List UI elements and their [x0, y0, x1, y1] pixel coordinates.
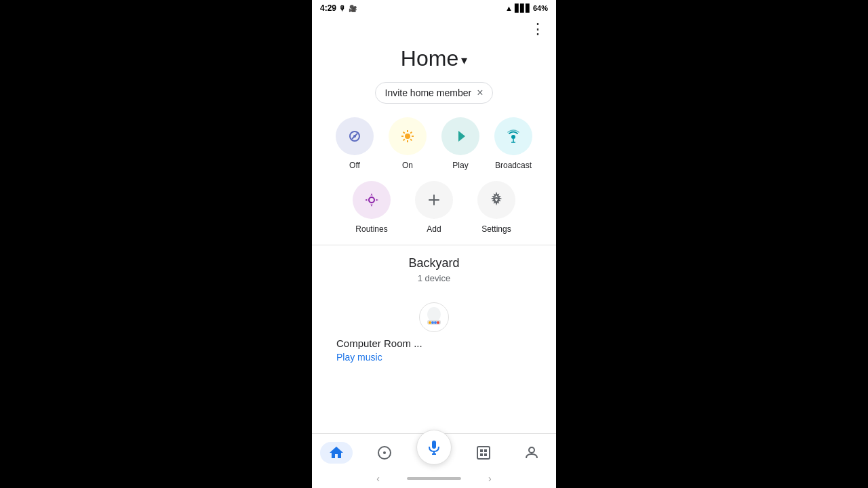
action-off-label: Off	[349, 161, 360, 170]
nav-media[interactable]	[467, 442, 500, 464]
device-card[interactable]: Computer Room ... Play music	[326, 294, 542, 371]
action-routines-label: Routines	[355, 224, 387, 234]
speaker-svg	[422, 305, 446, 329]
svg-line-8	[403, 132, 405, 134]
svg-rect-31	[477, 447, 490, 459]
action-broadcast[interactable]: Broadcast	[490, 117, 536, 170]
gesture-bar	[407, 477, 461, 480]
svg-point-23	[431, 321, 434, 324]
action-broadcast-label: Broadcast	[495, 161, 532, 170]
svg-rect-35	[484, 453, 487, 456]
phone-frame: 4:29 🎙 🎥 ▲ ▋▋▋ 64% ⋮ Home ▾ Invite home …	[312, 0, 556, 488]
invite-badge: Invite home member ×	[312, 82, 556, 104]
action-play-label: Play	[452, 161, 468, 170]
play-icon: ♫	[452, 128, 469, 144]
svg-point-20	[427, 307, 441, 322]
room-name: Backyard	[326, 256, 542, 270]
svg-rect-34	[480, 453, 483, 456]
profile-nav-icon	[524, 445, 540, 461]
action-play-circle: ♫	[441, 117, 479, 155]
action-settings-label: Settings	[481, 224, 511, 234]
section-divider	[312, 245, 556, 245]
home-title-text: Home	[401, 46, 458, 71]
action-add[interactable]: Add	[411, 181, 457, 234]
action-on-circle	[389, 117, 427, 155]
camera-indicator: 🎥	[349, 5, 357, 12]
nav-home[interactable]	[320, 442, 353, 464]
home-title-button[interactable]: Home ▾	[401, 46, 467, 71]
mic-fab-button[interactable]	[416, 430, 452, 465]
mic-indicator: 🎙	[339, 5, 346, 12]
wifi-icon: ▲	[505, 4, 513, 12]
forward-arrow: ›	[488, 473, 492, 484]
action-routines-circle	[353, 181, 391, 219]
room-device-count: 1 device	[326, 273, 542, 283]
action-routines[interactable]: Routines	[349, 181, 395, 234]
invite-chip-label: Invite home member	[385, 87, 472, 98]
svg-text:♫: ♫	[458, 133, 462, 139]
svg-point-2	[353, 135, 356, 138]
media-nav-icon	[475, 445, 492, 461]
svg-point-16	[369, 197, 374, 203]
status-left: 4:29 🎙 🎥	[320, 3, 357, 13]
svg-rect-33	[484, 449, 487, 452]
off-icon	[347, 128, 363, 144]
invite-chip[interactable]: Invite home member ×	[375, 82, 494, 104]
svg-point-27	[383, 451, 386, 454]
status-bar: 4:29 🎙 🎥 ▲ ▋▋▋ 64%	[312, 0, 556, 16]
svg-point-24	[434, 321, 437, 324]
svg-point-36	[529, 447, 534, 453]
action-on[interactable]: On	[384, 117, 431, 170]
broadcast-icon	[505, 127, 522, 145]
nav-discover[interactable]	[368, 442, 401, 464]
time: 4:29	[320, 3, 336, 13]
room-section: Backyard 1 device	[312, 256, 556, 382]
more-options-button[interactable]: ⋮	[530, 22, 545, 37]
device-action-link[interactable]: Play music	[336, 352, 382, 363]
svg-rect-32	[480, 449, 483, 452]
svg-point-3	[405, 134, 410, 139]
action-settings[interactable]: Settings	[473, 181, 519, 234]
status-right: ▲ ▋▋▋ 64%	[505, 4, 548, 13]
svg-point-22	[429, 321, 431, 324]
google-home-icon	[419, 302, 449, 332]
device-name: Computer Room ...	[336, 338, 422, 349]
action-add-circle	[415, 181, 453, 219]
svg-point-13	[511, 135, 515, 139]
home-chevron-icon: ▾	[461, 53, 467, 68]
discover-nav-icon	[376, 445, 393, 461]
action-settings-circle	[477, 181, 515, 219]
bottom-gesture-area: ‹ ›	[312, 469, 556, 488]
action-add-label: Add	[427, 224, 441, 234]
device-icon-area	[336, 302, 532, 332]
back-arrow[interactable]: ‹	[376, 473, 380, 484]
bottom-nav	[312, 433, 556, 469]
svg-line-10	[403, 139, 405, 140]
invite-chip-close[interactable]: ×	[477, 87, 483, 99]
svg-point-25	[437, 321, 439, 324]
home-title-row: Home ▾	[312, 39, 556, 82]
nav-profile[interactable]	[515, 442, 548, 464]
quick-actions-row2: Routines Add	[312, 181, 556, 245]
routines-icon	[363, 192, 380, 208]
home-nav-icon	[328, 445, 344, 461]
action-off-circle	[336, 117, 374, 155]
battery-level: 64%	[533, 4, 548, 12]
quick-actions-row1: Off On	[312, 117, 556, 181]
mic-icon	[426, 439, 442, 455]
svg-rect-28	[432, 441, 436, 449]
on-icon	[399, 128, 416, 144]
add-icon	[426, 192, 442, 208]
svg-line-9	[410, 139, 412, 140]
content-area: ⋮ Home ▾ Invite home member ×	[312, 16, 556, 433]
svg-line-11	[410, 132, 412, 134]
signal-icon: ▋▋▋	[515, 4, 531, 13]
settings-icon	[488, 192, 505, 208]
action-broadcast-circle	[494, 117, 532, 155]
action-on-label: On	[402, 161, 413, 170]
action-play[interactable]: ♫ Play	[437, 117, 484, 170]
top-bar: ⋮	[312, 16, 556, 39]
action-off[interactable]: Off	[332, 117, 378, 170]
